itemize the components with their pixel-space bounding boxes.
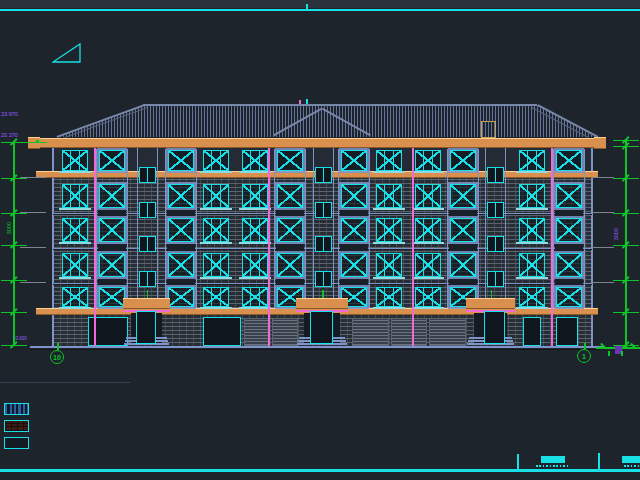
floor-stub-right	[592, 247, 614, 248]
glazing-hatch-swatch	[4, 403, 29, 415]
stair-frame-line	[505, 148, 506, 310]
spandrel-panel	[555, 209, 583, 218]
entrance-canopy	[123, 298, 170, 309]
spandrel-panel	[98, 209, 126, 218]
floor-stub-right	[592, 282, 614, 283]
window	[341, 150, 367, 171]
window	[168, 287, 194, 307]
title-subtext-2	[624, 465, 640, 468]
window	[556, 218, 582, 242]
window-sill	[59, 242, 91, 244]
stair-window	[139, 167, 156, 183]
spandrel-panel	[276, 209, 304, 218]
window-sill	[412, 277, 444, 279]
left-dim-label: 3000	[6, 222, 12, 234]
window	[415, 287, 441, 307]
axis-bubble-10: 10	[50, 350, 64, 364]
stair-window	[487, 236, 504, 252]
separator-line	[0, 382, 130, 383]
window-sill	[516, 277, 548, 279]
window-sill	[373, 307, 405, 309]
window-sill	[516, 208, 548, 210]
balcony-frame-line	[369, 149, 370, 308]
stair-window	[315, 202, 332, 218]
garage-door	[429, 318, 466, 346]
window	[519, 253, 545, 277]
window-sill	[516, 171, 548, 173]
window	[519, 218, 545, 242]
balcony-frame-line	[447, 149, 448, 308]
spandrel-panel	[167, 244, 195, 253]
title-text-block-2	[622, 456, 640, 463]
title-subtext-1	[536, 465, 570, 468]
spandrel-panel	[449, 278, 477, 287]
window	[341, 253, 367, 277]
window-sill	[200, 242, 232, 244]
window	[415, 184, 441, 208]
window-sill	[200, 208, 232, 210]
spandrel-panel	[167, 209, 195, 218]
stair-window	[315, 271, 332, 287]
dim-top-dot	[36, 140, 39, 143]
spandrel-panel	[98, 244, 126, 253]
balcony-frame-line	[196, 149, 197, 308]
spandrel-panel	[340, 244, 368, 253]
window	[168, 218, 194, 242]
window	[277, 150, 303, 171]
window-sill	[239, 208, 271, 210]
diamond-door	[203, 317, 241, 346]
window	[415, 150, 441, 171]
window	[376, 218, 402, 242]
top-rule-tick	[306, 4, 308, 9]
balcony-frame-line	[553, 149, 554, 308]
spandrel-panel	[340, 209, 368, 218]
balcony-frame-line	[305, 149, 306, 308]
cad-drawing-canvas[interactable]: 23.970 20.370 3000 ±0.000 3000 10 1	[0, 0, 640, 480]
window	[242, 150, 268, 171]
diamond-door	[556, 317, 578, 346]
window	[242, 184, 268, 208]
top-bar	[0, 0, 640, 8]
window	[556, 150, 582, 171]
canopy-level-mark	[322, 290, 324, 298]
window-sill	[412, 171, 444, 173]
stair-frame-line	[333, 148, 334, 310]
window	[376, 253, 402, 277]
stair-frame-line	[485, 148, 486, 310]
window-sill	[200, 171, 232, 173]
window	[203, 218, 229, 242]
diamond-door	[523, 317, 541, 346]
floor-stub-right	[592, 212, 614, 213]
window-sill	[200, 277, 232, 279]
window	[376, 184, 402, 208]
window	[242, 218, 268, 242]
window	[450, 253, 476, 277]
window	[62, 253, 88, 277]
title-tick-1	[517, 454, 519, 469]
window-sill	[373, 242, 405, 244]
floor-stub-left	[20, 247, 46, 248]
window-sill	[516, 307, 548, 309]
axis-bubble-1: 1	[577, 349, 591, 363]
window	[62, 150, 88, 171]
window-sill	[239, 242, 271, 244]
window	[556, 253, 582, 277]
spandrel-panel	[449, 209, 477, 218]
window	[203, 287, 229, 307]
roof-antenna	[306, 99, 308, 104]
window-sill	[59, 171, 91, 173]
window	[450, 218, 476, 242]
eaves-cornice	[30, 138, 604, 148]
window	[168, 253, 194, 277]
window-sill	[412, 307, 444, 309]
spandrel-panel	[449, 244, 477, 253]
window	[62, 218, 88, 242]
window	[376, 150, 402, 171]
window	[519, 287, 545, 307]
window-sill	[239, 171, 271, 173]
stair-window	[487, 271, 504, 287]
stair-window	[315, 167, 332, 183]
stair-window	[139, 202, 156, 218]
window	[556, 184, 582, 208]
canopy-level-mark	[491, 290, 493, 298]
